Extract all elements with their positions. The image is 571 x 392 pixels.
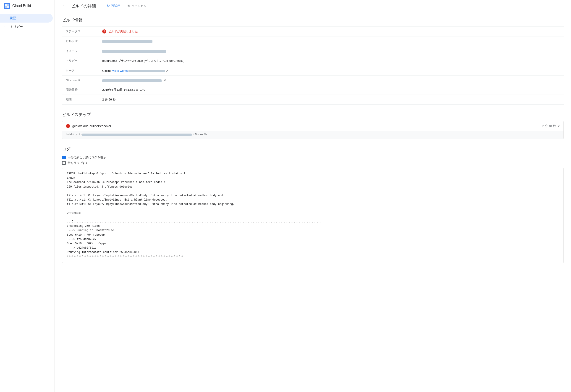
build-info-table: ステータス ! ビルドが失敗しました ビルド ID — [62, 27, 564, 105]
sidebar-item-history-label: 履歴 — [10, 16, 16, 20]
field-label: Git commit — [62, 76, 99, 85]
field-value-status: ! ビルドが失敗しました — [99, 27, 564, 36]
trigger-icon: ↔ — [4, 25, 7, 29]
field-value-build-id — [99, 36, 564, 46]
top-bar: Cloud Build ← ビルドの詳細 ↻ 再試行 ⊗ キャンセル — [0, 0, 571, 12]
status-text: ビルドが失敗しました — [108, 29, 138, 33]
svg-rect-0 — [4, 3, 10, 9]
image-blurred — [102, 50, 166, 53]
log-option-newest-first[interactable]: ✓ 日付の新しい順にログを表示 — [62, 155, 564, 160]
field-label: イメージ — [62, 46, 99, 56]
svg-rect-2 — [7, 4, 9, 6]
sidebar-item-history[interactable]: ☰ 履歴 — [0, 14, 53, 23]
field-label: トリガー — [62, 56, 99, 66]
step-header[interactable]: ! gcr.io/cloud-builders/docker 2 分 48 秒 … — [62, 121, 563, 131]
step-error-icon: ! — [66, 124, 70, 128]
external-link-icon-commit: ↗ — [163, 78, 166, 82]
checkbox-wrap-lines-icon — [62, 161, 66, 165]
sidebar: ☰ 履歴 ↔ トリガー — [0, 12, 55, 392]
log-option-newest-first-label: 日付の新しい順にログを表示 — [68, 155, 106, 160]
step-right: 2 分 48 秒 ∨ — [542, 124, 560, 128]
source-prefix: GitHub — [102, 69, 112, 72]
log-box: ERROR: build step 0 "gcr.io/cloud-builde… — [62, 168, 564, 263]
build-info-title: ビルド情報 — [62, 17, 564, 23]
checkbox-newest-first-icon: ✓ — [62, 156, 66, 159]
field-label: ビルド ID — [62, 36, 99, 46]
field-value-duration: 2 分 56 秒 — [99, 95, 564, 105]
page-title: ビルドの詳細 — [71, 3, 96, 9]
field-value-trigger: feature/test ブランチへの push (デフォルトの GitHub … — [99, 56, 564, 66]
table-row: ビルド ID — [62, 36, 564, 46]
build-steps-section: ビルドステップ ! gcr.io/cloud-builders/docker 2… — [62, 112, 564, 139]
sidebar-item-trigger[interactable]: ↔ トリガー — [0, 23, 53, 31]
table-row: イメージ — [62, 46, 564, 56]
status-error: ! ビルドが失敗しました — [102, 29, 560, 33]
sidebar-item-trigger-label: トリガー — [10, 25, 23, 29]
svg-rect-3 — [5, 6, 7, 8]
top-bar-content: ← ビルドの詳細 ↻ 再試行 ⊗ キャンセル — [55, 2, 571, 10]
step-body: build -t gcr.io/ -f Dockerfile . — [62, 131, 563, 139]
cancel-icon: ⊗ — [127, 4, 130, 8]
svg-rect-1 — [5, 4, 7, 6]
cancel-label: キャンセル — [132, 4, 147, 8]
history-icon: ☰ — [4, 16, 7, 20]
field-label: 期間 — [62, 95, 99, 105]
source-link[interactable]: visits-works/ — [112, 69, 165, 72]
step-command-blurred — [82, 134, 192, 136]
field-label: ステータス — [62, 27, 99, 36]
git-commit-blurred — [102, 79, 162, 82]
svg-rect-4 — [7, 6, 9, 8]
log-option-wrap-lines-label: 行をラップする — [68, 161, 88, 165]
log-options: ✓ 日付の新しい順にログを表示 行をラップする — [62, 155, 564, 165]
app-logo-area: Cloud Build — [0, 0, 55, 12]
table-row: 期間 2 分 56 秒 — [62, 95, 564, 105]
table-row: トリガー feature/test ブランチへの push (デフォルトの Gi… — [62, 56, 564, 66]
step-left: ! gcr.io/cloud-builders/docker — [66, 124, 111, 128]
back-icon: ← — [62, 3, 66, 8]
field-value-image — [99, 46, 564, 56]
external-link-icon: ↗ — [166, 69, 169, 72]
app-title: Cloud Build — [12, 4, 31, 8]
chevron-down-icon: ∨ — [557, 124, 560, 128]
main-content: ビルド情報 ステータス ! ビルドが失敗しました — [55, 12, 571, 392]
build-steps-title: ビルドステップ — [62, 112, 564, 117]
step-command-prefix: build -t gcr.io/ — [66, 133, 82, 136]
table-row: ソース GitHub visits-works/↗ — [62, 66, 564, 76]
logs-title: ログ — [62, 146, 564, 152]
back-button[interactable]: ← — [60, 2, 68, 10]
source-link-blurred — [128, 70, 165, 72]
cancel-button[interactable]: ⊗ キャンセル — [125, 2, 148, 9]
table-row: 開始日時 2019年6月13日 14:13:51 UTC+9 — [62, 85, 564, 95]
build-info-section: ビルド情報 ステータス ! ビルドが失敗しました — [62, 17, 564, 105]
table-row: Git commit ↗ — [62, 76, 564, 85]
step-command-suffix: -f Dockerfile . — [192, 133, 209, 136]
step-name: gcr.io/cloud-builders/docker — [72, 124, 111, 128]
top-bar-actions: ↻ 再試行 ⊗ キャンセル — [105, 2, 148, 9]
log-option-wrap-lines[interactable]: 行をラップする — [62, 161, 564, 165]
field-label: ソース — [62, 66, 99, 76]
field-value-start-time: 2019年6月13日 14:13:51 UTC+9 — [99, 85, 564, 95]
retry-label: 再試行 — [111, 4, 120, 8]
error-circle-icon: ! — [102, 29, 106, 33]
field-label: 開始日時 — [62, 85, 99, 95]
field-value-source: GitHub visits-works/↗ — [99, 66, 564, 76]
logs-section: ログ ✓ 日付の新しい順にログを表示 行をラップする ERROR: build … — [62, 146, 564, 263]
step-item: ! gcr.io/cloud-builders/docker 2 分 48 秒 … — [62, 121, 564, 139]
cloud-build-logo-icon — [4, 3, 10, 9]
retry-button[interactable]: ↻ 再試行 — [105, 2, 122, 9]
build-id-blurred — [102, 40, 152, 43]
main-layout: ☰ 履歴 ↔ トリガー ビルド情報 ステータス ! ビルドが — [0, 12, 571, 392]
table-row: ステータス ! ビルドが失敗しました — [62, 27, 564, 36]
field-value-git-commit: ↗ — [99, 76, 564, 85]
checkmark-icon: ✓ — [63, 156, 65, 159]
retry-icon: ↻ — [107, 4, 110, 8]
step-duration: 2 分 48 秒 — [542, 124, 556, 128]
